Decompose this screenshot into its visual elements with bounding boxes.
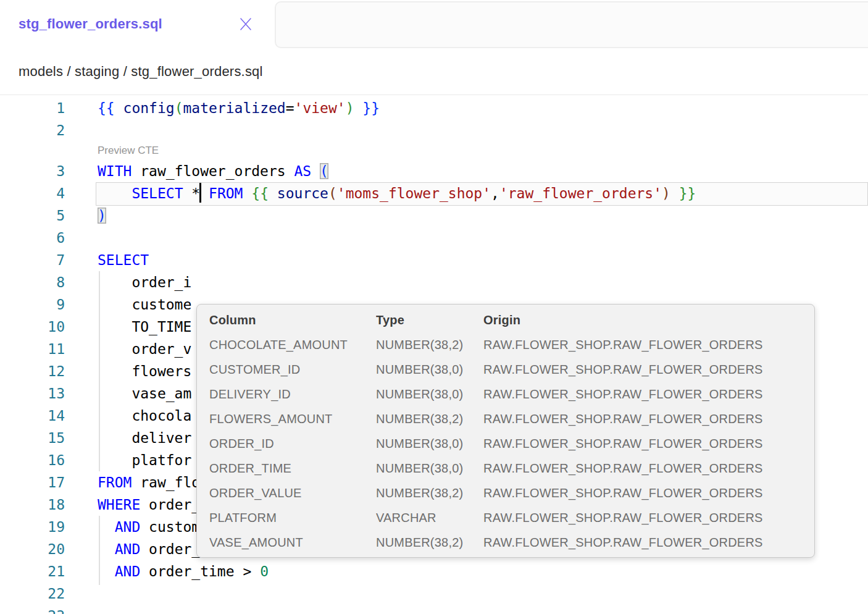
code-line[interactable]: 23 xyxy=(0,605,868,614)
code-line[interactable]: 5) xyxy=(0,204,868,227)
tab-bar: stg_flower_orders.sql xyxy=(0,0,868,48)
tooltip-cell: DELIVERY_ID xyxy=(209,382,376,406)
line-number: 8 xyxy=(0,271,65,293)
tooltip-cell: PLATFORM xyxy=(209,505,376,530)
breadcrumb-bar: models / staging / stg_flower_orders.sql xyxy=(0,48,868,95)
tab-title: stg_flower_orders.sql xyxy=(19,16,162,32)
line-number: 10 xyxy=(0,316,65,338)
tooltip-cell: CUSTOMER_ID xyxy=(209,357,376,382)
tooltip-cell: NUMBER(38,2) xyxy=(376,530,483,555)
tooltip-row: ORDER_IDNUMBER(38,0)RAW.FLOWER_SHOP.RAW_… xyxy=(209,431,814,456)
tooltip-cell: VARCHAR xyxy=(376,505,483,530)
tooltip-cell: NUMBER(38,2) xyxy=(376,406,483,431)
line-number: 13 xyxy=(0,382,65,405)
tooltip-row: CHOCOLATE_AMOUNTNUMBER(38,2)RAW.FLOWER_S… xyxy=(209,332,814,357)
tooltip-cell: NUMBER(38,2) xyxy=(376,332,483,357)
code-line[interactable]: 8 order_i xyxy=(0,271,868,293)
tooltip-cell: RAW.FLOWER_SHOP.RAW_FLOWER_ORDERS xyxy=(483,505,814,530)
line-number: 3 xyxy=(0,160,65,182)
tooltip-cell: RAW.FLOWER_SHOP.RAW_FLOWER_ORDERS xyxy=(483,332,814,357)
tooltip-row: VASE_AMOUNTNUMBER(38,2)RAW.FLOWER_SHOP.R… xyxy=(209,530,814,555)
line-number: 19 xyxy=(0,516,65,538)
line-number: 12 xyxy=(0,360,65,382)
tooltip-header: Column xyxy=(209,308,376,332)
line-number: 11 xyxy=(0,338,65,360)
code-line[interactable]: 1{{ config(materialized='view') }} xyxy=(0,97,868,119)
codelens-row: Preview CTE xyxy=(0,141,868,160)
tooltip-cell: FLOWERS_AMOUNT xyxy=(209,406,376,431)
tooltip-row: DELIVERY_IDNUMBER(38,0)RAW.FLOWER_SHOP.R… xyxy=(209,382,814,406)
tooltip-cell: RAW.FLOWER_SHOP.RAW_FLOWER_ORDERS xyxy=(483,431,814,456)
tooltip-cell: NUMBER(38,2) xyxy=(376,481,483,505)
code-line[interactable]: 7SELECT xyxy=(0,249,868,271)
breadcrumb: models / staging / stg_flower_orders.sql xyxy=(19,48,263,95)
line-number: 22 xyxy=(0,582,65,605)
line-number: 7 xyxy=(0,249,65,271)
line-number: 23 xyxy=(0,605,65,614)
code-line[interactable]: 22 xyxy=(0,582,868,605)
source-columns-tooltip: ColumnTypeOrigin CHOCOLATE_AMOUNTNUMBER(… xyxy=(196,304,815,558)
tooltip-header: Origin xyxy=(483,308,814,332)
tooltip-header: Type xyxy=(376,308,483,332)
tooltip-header-row: ColumnTypeOrigin xyxy=(209,308,814,332)
tooltip-cell: CHOCOLATE_AMOUNT xyxy=(209,332,376,357)
tooltip-row: ORDER_TIMENUMBER(38,0)RAW.FLOWER_SHOP.RA… xyxy=(209,456,814,481)
code-line[interactable]: 3WITH raw_flower_orders AS ( xyxy=(0,160,868,182)
line-number: 6 xyxy=(0,227,65,249)
tooltip-cell: NUMBER(38,0) xyxy=(376,456,483,481)
tooltip-row: ORDER_VALUENUMBER(38,2)RAW.FLOWER_SHOP.R… xyxy=(209,481,814,505)
line-number: 15 xyxy=(0,427,65,449)
line-number: 4 xyxy=(0,182,65,204)
tooltip-table-body: CHOCOLATE_AMOUNTNUMBER(38,2)RAW.FLOWER_S… xyxy=(209,332,814,555)
tooltip-cell: RAW.FLOWER_SHOP.RAW_FLOWER_ORDERS xyxy=(483,406,814,431)
tab-close-button[interactable] xyxy=(237,15,254,33)
tooltip-cell: RAW.FLOWER_SHOP.RAW_FLOWER_ORDERS xyxy=(483,456,814,481)
tooltip-cell: NUMBER(38,0) xyxy=(376,431,483,456)
tooltip-row: PLATFORMVARCHARRAW.FLOWER_SHOP.RAW_FLOWE… xyxy=(209,505,814,530)
tooltip-row: CUSTOMER_IDNUMBER(38,0)RAW.FLOWER_SHOP.R… xyxy=(209,357,814,382)
line-number: 2 xyxy=(0,119,65,141)
code-line[interactable]: 4 SELECT * FROM {{ source('moms_flower_s… xyxy=(0,182,868,204)
tooltip-cell: ORDER_VALUE xyxy=(209,481,376,505)
editor-window: stg_flower_orders.sql models / staging /… xyxy=(0,0,868,614)
line-number: 1 xyxy=(0,97,65,119)
empty-tab-strip xyxy=(275,1,868,48)
line-number: 21 xyxy=(0,560,65,582)
tooltip-cell: NUMBER(38,0) xyxy=(376,357,483,382)
line-number: 20 xyxy=(0,538,65,560)
code-line[interactable]: 6 xyxy=(0,227,868,249)
line-number: 5 xyxy=(0,204,65,227)
line-number: 14 xyxy=(0,405,65,427)
tooltip-cell: VASE_AMOUNT xyxy=(209,530,376,555)
line-number: 16 xyxy=(0,449,65,471)
code-line[interactable]: 21 AND order_time > 0 xyxy=(0,560,868,582)
tooltip-cell: ORDER_ID xyxy=(209,431,376,456)
code-line[interactable]: 2 xyxy=(0,119,868,141)
tooltip-cell: RAW.FLOWER_SHOP.RAW_FLOWER_ORDERS xyxy=(483,481,814,505)
line-number: 17 xyxy=(0,471,65,494)
tab-stg-flower-orders[interactable]: stg_flower_orders.sql xyxy=(0,0,273,48)
tooltip-cell: ORDER_TIME xyxy=(209,456,376,481)
header-divider xyxy=(0,95,868,95)
line-number: 9 xyxy=(0,293,65,316)
close-icon xyxy=(238,16,254,32)
tooltip-cell: NUMBER(38,0) xyxy=(376,382,483,406)
line-number: 18 xyxy=(0,494,65,516)
tooltip-row: FLOWERS_AMOUNTNUMBER(38,2)RAW.FLOWER_SHO… xyxy=(209,406,814,431)
codelens-preview-cte[interactable]: Preview CTE xyxy=(65,141,159,160)
tooltip-cell: RAW.FLOWER_SHOP.RAW_FLOWER_ORDERS xyxy=(483,530,814,555)
tooltip-cell: RAW.FLOWER_SHOP.RAW_FLOWER_ORDERS xyxy=(483,357,814,382)
tooltip-cell: RAW.FLOWER_SHOP.RAW_FLOWER_ORDERS xyxy=(483,382,814,406)
code-editor[interactable]: 1{{ config(materialized='view') }}2Previ… xyxy=(0,96,868,614)
